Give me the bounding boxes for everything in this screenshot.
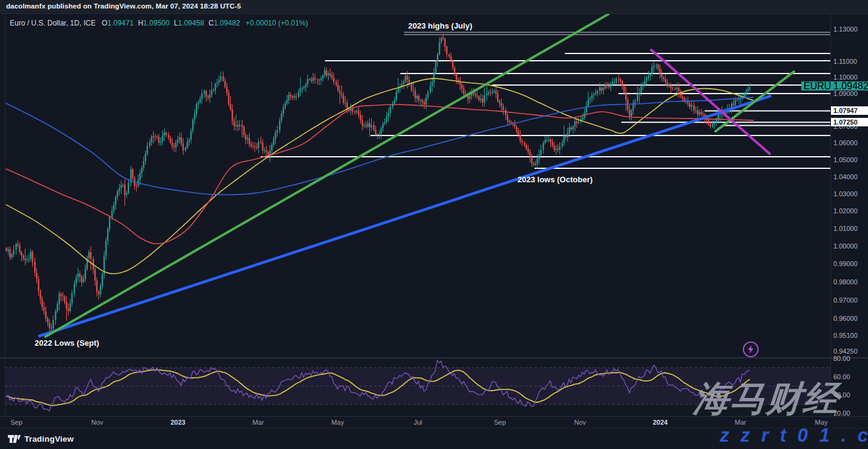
candle-bodies-down [5, 38, 737, 329]
price-tick-1.03000: 1.03000 [833, 190, 858, 197]
publish-line: dacolmanfx published on TradingView.com,… [6, 2, 241, 10]
ma-yellow [6, 78, 753, 273]
price-tick-1.00000: 1.00000 [833, 242, 858, 250]
level-badge-2: 1.07250 [831, 118, 868, 126]
symbol-title[interactable]: Euro / U.S. Dollar, 1D, ICE [10, 19, 95, 27]
price-tick-1.02000: 1.02000 [833, 207, 858, 214]
level-badge-1: 1.07947 [831, 106, 868, 115]
watermark-url: z z r t 0 1 . c n [720, 425, 868, 447]
ohlc-H: H1.09500 [138, 19, 169, 27]
tradingview-snapshot: dacolmanfx published on TradingView.com,… [0, 0, 868, 449]
price-tick-0.98000: 0.98000 [833, 278, 858, 286]
annotation-2023-lows: 2023 lows (October) [518, 175, 593, 184]
price-tick-1.11000: 1.11000 [833, 58, 857, 65]
watermark-chinese: 海马财经 [692, 375, 868, 423]
tradingview-mark-icon [8, 435, 21, 444]
time-tick-Jul: Jul [405, 419, 431, 426]
time-tick-Sep: Sep [487, 419, 513, 426]
price-tick-0.97000: 0.97000 [833, 296, 858, 304]
candle-wicks-down [7, 33, 737, 333]
time-tick-May: May [324, 419, 351, 426]
time-tick-Mar: Mar [245, 419, 272, 426]
candle-bodies-up [7, 38, 750, 329]
lightning-icon [747, 345, 754, 354]
price-tick-1.04000: 1.04000 [833, 173, 858, 180]
time-tick-Nov: Nov [84, 419, 111, 426]
rsi-tick-80.00: 80.00 [833, 355, 850, 362]
ohlc-L: L1.09458 [174, 19, 204, 27]
price-tick-0.96000: 0.96000 [833, 315, 858, 322]
ohlc-values: O1.09471H1.09500L1.09458C1.09482 [101, 19, 244, 27]
time-tick-2023: 2023 [165, 419, 191, 426]
time-tick-Sep: Sep [3, 419, 30, 426]
price-tick-1.01000: 1.01000 [833, 225, 858, 232]
price-tick-0.95100: 0.95100 [833, 332, 858, 339]
tradingview-brand-text: TradingView [24, 434, 73, 444]
price-tick-0.99000: 0.99000 [833, 260, 858, 267]
candle-wicks-up [9, 36, 750, 331]
price-axis-border [830, 13, 831, 416]
publish-header-bar: dacolmanfx published on TradingView.com,… [0, 0, 868, 14]
price-tick-1.13000: 1.13000 [833, 26, 858, 33]
pane-left-border [5, 13, 5, 416]
annotation-2022-lows: 2022 Lows (Sept) [35, 338, 99, 348]
price-tick-1.05000: 1.05000 [833, 156, 858, 163]
price-tick-1.10000: 1.10000 [833, 74, 858, 81]
change-value: +0.00010 (+0.01%) [245, 19, 308, 27]
symbol-legend[interactable]: Euro / U.S. Dollar, 1D, ICEO1.09471H1.09… [10, 19, 308, 27]
flash-idea-button[interactable] [743, 341, 759, 357]
ohlc-O: O1.09471 [101, 19, 134, 27]
current-price-badge: 1.09482 [831, 81, 868, 91]
time-tick-Nov: Nov [567, 419, 593, 426]
annotation-2023-highs: 2023 highs (July) [408, 21, 472, 30]
current-price-symbol-badge: EURUSD [801, 81, 835, 91]
ohlc-C: C1.09482 [208, 19, 240, 27]
time-tick-2024: 2024 [647, 419, 674, 426]
pane-separator[interactable] [0, 357, 868, 358]
price-tick-0.94250: 0.94250 [833, 348, 858, 355]
price-tick-1.06000: 1.06000 [833, 139, 858, 146]
tradingview-logo[interactable]: TradingView [8, 434, 73, 444]
